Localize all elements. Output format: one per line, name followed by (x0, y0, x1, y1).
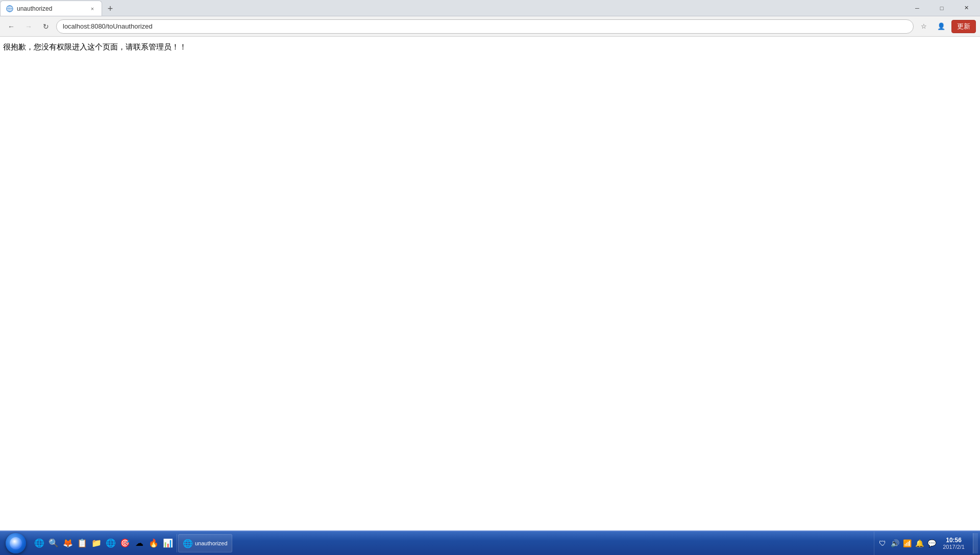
ql-chrome-icon[interactable]: 🌐 (104, 537, 117, 550)
back-button[interactable]: ← (4, 19, 18, 34)
ql-app5-icon[interactable]: 📊 (161, 537, 175, 550)
ql-search-icon[interactable]: 🔍 (47, 537, 60, 550)
user-button[interactable]: 👤 (934, 19, 948, 34)
taskbar: 🌐 🔍 🦊 📋 📁 🌐 🎯 ☁ 🔥 📊 🌐 unauthorized 🛡 🔊 📶… (0, 531, 980, 555)
taskbar-tray: 🛡 🔊 📶 🔔 💬 10:56 2017/2/1 (874, 532, 972, 555)
tab-close-button[interactable]: × (88, 5, 96, 13)
show-desktop-button[interactable] (973, 533, 978, 553)
title-bar: unauthorized × + ─ □ ✕ (0, 0, 980, 16)
start-orb-inner (10, 537, 22, 549)
refresh-button[interactable]: ↻ (39, 19, 53, 34)
tray-icon-5[interactable]: 💬 (926, 538, 937, 548)
window-controls: ─ □ ✕ (905, 0, 980, 16)
taskbar-item-label: unauthorized (195, 540, 228, 546)
star-icon: ☆ (921, 22, 927, 30)
url-bar[interactable]: localhost:8080/toUnauthorized (56, 19, 914, 34)
tray-time: 10:56 (946, 537, 962, 544)
quick-launch-area: 🌐 🔍 🦊 📋 📁 🌐 🎯 ☁ 🔥 📊 (31, 534, 177, 553)
tray-icon-3[interactable]: 📶 (902, 538, 912, 548)
ql-firefox-icon[interactable]: 🦊 (61, 537, 75, 550)
taskbar-item-browser[interactable]: 🌐 unauthorized (178, 534, 232, 552)
tray-icon-2[interactable]: 🔊 (890, 538, 900, 548)
tray-icon-4[interactable]: 🔔 (914, 538, 924, 548)
ql-folder-icon[interactable]: 📁 (90, 537, 103, 550)
unauthorized-message: 很抱歉，您没有权限进入这个页面，请联系管理员！！ (3, 41, 977, 53)
browser-window: unauthorized × + ─ □ ✕ ← → ↻ localhost:8… (0, 0, 980, 555)
tray-clock[interactable]: 10:56 2017/2/1 (939, 537, 969, 550)
taskbar-item-icon: 🌐 (183, 538, 193, 548)
tab-favicon (6, 5, 14, 13)
address-bar: ← → ↻ localhost:8080/toUnauthorized ☆ 👤 … (0, 16, 980, 37)
ql-app3-icon[interactable]: ☁ (133, 537, 146, 550)
update-button[interactable]: 更新 (951, 20, 976, 33)
tray-date: 2017/2/1 (943, 544, 965, 550)
url-text: localhost:8080/toUnauthorized (63, 22, 907, 30)
tab-label: unauthorized (17, 5, 85, 12)
start-orb (6, 533, 26, 553)
maximize-button[interactable]: □ (930, 0, 953, 16)
taskbar-items: 🌐 unauthorized (178, 534, 873, 552)
forward-button[interactable]: → (21, 19, 36, 34)
page-content: 很抱歉，您没有权限进入这个页面，请联系管理员！！ (0, 37, 980, 531)
start-button[interactable] (2, 533, 30, 553)
ql-ie-icon[interactable]: 🌐 (33, 537, 46, 550)
tabs-area: unauthorized × + (0, 0, 905, 16)
close-button[interactable]: ✕ (954, 0, 978, 16)
minimize-button[interactable]: ─ (905, 0, 929, 16)
bookmark-button[interactable]: ☆ (917, 19, 931, 34)
ql-app4-icon[interactable]: 🔥 (147, 537, 160, 550)
active-tab[interactable]: unauthorized × (0, 1, 102, 16)
new-tab-button[interactable]: + (103, 2, 117, 16)
tray-icon-1[interactable]: 🛡 (877, 538, 888, 548)
user-icon: 👤 (937, 22, 945, 30)
ql-app2-icon[interactable]: 🎯 (118, 537, 132, 550)
ql-app1-icon[interactable]: 📋 (76, 537, 89, 550)
